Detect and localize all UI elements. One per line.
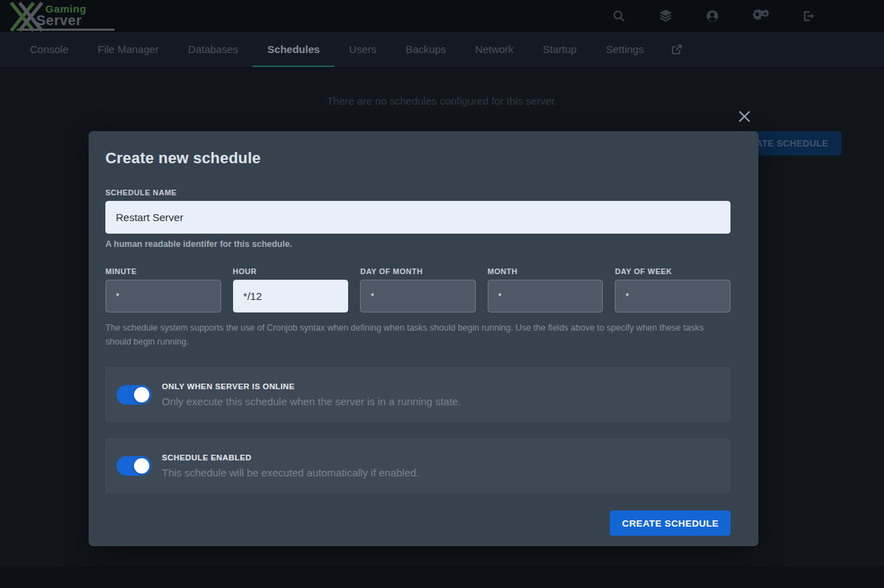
only-when-online-description: Only execute this schedule when the serv… bbox=[162, 395, 461, 407]
modal-title: Create new schedule bbox=[105, 149, 731, 167]
modal-footer: CREATE SCHEDULE bbox=[105, 511, 731, 536]
only-when-online-toggle[interactable] bbox=[117, 385, 151, 405]
minute-input[interactable] bbox=[105, 280, 221, 312]
day-of-month-label: DAY OF MONTH bbox=[360, 267, 476, 276]
day-of-month-input[interactable] bbox=[360, 280, 476, 312]
month-label: MONTH bbox=[488, 267, 604, 276]
create-schedule-submit-button[interactable]: CREATE SCHEDULE bbox=[610, 511, 731, 536]
only-when-online-label: ONLY WHEN SERVER IS ONLINE bbox=[162, 382, 461, 391]
day-of-week-label: DAY OF WEEK bbox=[615, 267, 731, 276]
cron-help-text: The schedule system supports the use of … bbox=[105, 321, 731, 349]
schedule-enabled-description: This schedule will be executed automatic… bbox=[162, 467, 419, 478]
schedule-name-label: SCHEDULE NAME bbox=[105, 188, 731, 197]
schedule-enabled-toggle[interactable] bbox=[117, 456, 151, 476]
schedule-enabled-label: SCHEDULE ENABLED bbox=[162, 453, 419, 462]
schedule-name-input[interactable] bbox=[105, 201, 731, 234]
create-schedule-modal: Create new schedule SCHEDULE NAME A huma… bbox=[89, 131, 758, 546]
hour-label: HOUR bbox=[233, 267, 349, 276]
only-when-online-row: ONLY WHEN SERVER IS ONLINE Only execute … bbox=[105, 367, 731, 422]
month-input[interactable] bbox=[488, 280, 604, 312]
minute-label: MINUTE bbox=[105, 267, 221, 276]
hour-input[interactable] bbox=[233, 280, 349, 312]
cron-fields-row: MINUTE HOUR DAY OF MONTH MONTH DAY OF WE… bbox=[105, 267, 731, 312]
schedule-name-help: A human readable identifer for this sche… bbox=[105, 239, 731, 249]
schedule-enabled-row: SCHEDULE ENABLED This schedule will be e… bbox=[105, 438, 731, 493]
day-of-week-input[interactable] bbox=[615, 280, 731, 312]
close-icon[interactable] bbox=[737, 109, 752, 124]
